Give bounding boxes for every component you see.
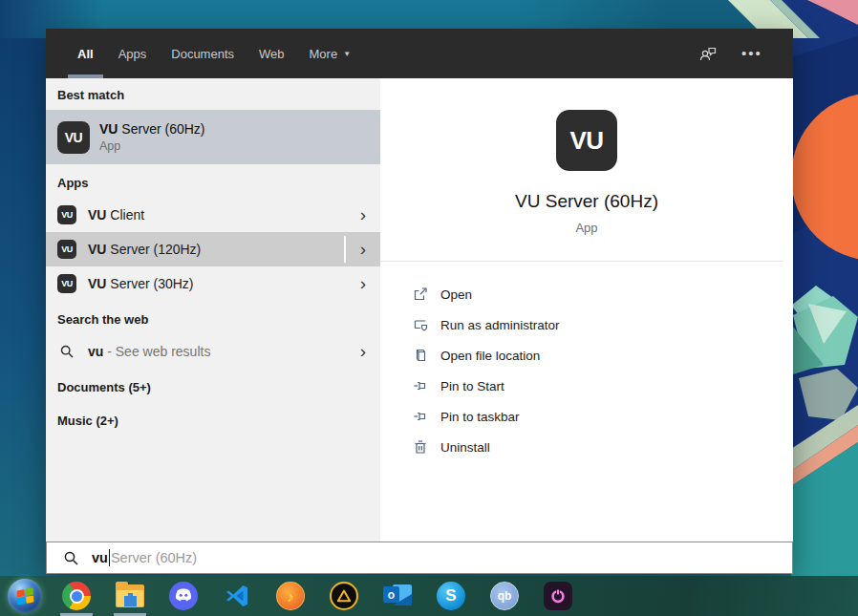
- taskbar-power-app[interactable]: [531, 576, 585, 616]
- aimp-icon: [330, 582, 358, 610]
- label-rest: Server (30Hz): [106, 276, 193, 291]
- app-actions: Open Run as administrator Open file loca…: [380, 279, 793, 462]
- action-pin-to-taskbar[interactable]: Pin to taskbar: [380, 401, 793, 432]
- search-icon: [63, 550, 79, 566]
- ellipsis-icon[interactable]: •••: [741, 43, 762, 64]
- search-filter-bar: All Apps Documents Web More ▼ •••: [46, 29, 793, 78]
- action-label: Pin to Start: [440, 379, 504, 393]
- power-app-icon: [544, 582, 572, 610]
- app-result-label: VU Client: [88, 207, 144, 223]
- vu-app-icon: VU: [57, 121, 90, 154]
- vu-app-icon-large: VU: [556, 110, 617, 171]
- best-match-title-rest: Server (60Hz): [118, 121, 204, 137]
- vu-app-icon: VU: [57, 274, 76, 293]
- file-explorer-icon: [116, 584, 144, 607]
- skype-letter: S: [445, 586, 456, 605]
- skype-icon: S: [437, 582, 465, 610]
- action-label: Run as administrator: [440, 318, 560, 332]
- taskbar-file-explorer[interactable]: [103, 576, 157, 616]
- admin-shield-icon: [412, 317, 428, 333]
- tab-all-label: All: [77, 47, 94, 61]
- web-search-label: vu - See web results: [88, 344, 210, 359]
- apps-section-header: Apps: [46, 164, 380, 198]
- taskbar-vscode[interactable]: [210, 576, 264, 616]
- ellipsis-glyph: •••: [741, 49, 762, 58]
- label-rest: Client: [106, 207, 144, 223]
- music-section-header[interactable]: Music (2+): [46, 402, 380, 435]
- start-button[interactable]: [0, 576, 50, 616]
- label-bold: vu: [88, 344, 103, 359]
- app-result-vu-server-120hz[interactable]: VU VU Server (120Hz) ›: [46, 232, 380, 266]
- action-label: Uninstall: [440, 440, 490, 455]
- qbittorrent-letters: qb: [498, 589, 512, 603]
- chevron-right-icon[interactable]: ›: [346, 198, 380, 232]
- music-note-glyph: ♪: [287, 588, 294, 605]
- chevron-right-icon[interactable]: ›: [346, 334, 380, 369]
- action-pin-to-start[interactable]: Pin to Start: [380, 371, 793, 401]
- action-label: Open file location: [440, 349, 540, 363]
- taskbar-qbittorrent[interactable]: qb: [478, 576, 531, 616]
- music-player-icon: ♪: [276, 582, 305, 610]
- search-icon: [57, 344, 76, 359]
- taskbar-outlook[interactable]: o: [371, 576, 424, 616]
- app-result-vu-client[interactable]: VU VU Client ›: [46, 198, 380, 232]
- qbittorrent-icon: qb: [490, 582, 519, 610]
- account-icon[interactable]: [697, 43, 719, 64]
- label-bold: VU: [88, 276, 106, 291]
- trash-icon: [412, 439, 428, 456]
- result-preview-panel: VU VU Server (60Hz) App Open Run as admi…: [380, 78, 793, 542]
- taskbar-discord[interactable]: [157, 576, 210, 616]
- discord-icon: [169, 582, 198, 610]
- web-search-result[interactable]: vu - See web results ›: [46, 334, 380, 369]
- action-open-file-location[interactable]: Open file location: [380, 340, 793, 371]
- best-match-type: App: [99, 139, 204, 153]
- filter-tabs: All Apps Documents Web More ▼: [46, 29, 367, 78]
- documents-section-header[interactable]: Documents (5+): [46, 369, 380, 402]
- action-run-as-administrator[interactable]: Run as administrator: [380, 309, 793, 340]
- tab-more[interactable]: More ▼: [301, 29, 360, 78]
- start-search-window: All Apps Documents Web More ▼ •••: [46, 29, 793, 574]
- search-typed-text: vu: [92, 550, 108, 565]
- tab-web-label: Web: [259, 47, 285, 61]
- header-icons: •••: [697, 43, 793, 64]
- tab-apps[interactable]: Apps: [110, 29, 156, 78]
- search-input[interactable]: vu Server (60Hz): [46, 542, 793, 574]
- best-match-result[interactable]: VU VU Server (60Hz) App: [46, 110, 380, 164]
- tab-more-label: More: [310, 47, 338, 61]
- action-uninstall[interactable]: Uninstall: [380, 432, 793, 462]
- label-bold: VU: [88, 242, 106, 257]
- chevron-right-icon[interactable]: ›: [346, 232, 380, 266]
- best-match-title-bold: VU: [99, 121, 118, 137]
- open-icon: [412, 287, 428, 303]
- windows-start-icon: [8, 579, 42, 613]
- text-cursor: [109, 549, 110, 566]
- tab-web[interactable]: Web: [250, 29, 293, 78]
- action-open[interactable]: Open: [380, 279, 793, 309]
- search-results-area: Best match VU VU Server (60Hz) App Apps …: [46, 78, 793, 542]
- chevron-right-icon[interactable]: ›: [346, 266, 380, 301]
- web-section-header: Search the web: [46, 301, 380, 334]
- label-rest: - See web results: [103, 344, 210, 359]
- outlook-icon: o: [383, 583, 412, 609]
- app-result-vu-server-30hz[interactable]: VU VU Server (30Hz) ›: [46, 266, 380, 301]
- taskbar-chrome[interactable]: [50, 576, 103, 616]
- action-label: Pin to taskbar: [440, 410, 520, 424]
- taskbar-aimp[interactable]: [317, 576, 371, 616]
- divider: [380, 261, 783, 262]
- results-list-panel: Best match VU VU Server (60Hz) App Apps …: [46, 78, 380, 542]
- preview-app-type: App: [380, 221, 793, 235]
- taskbar-skype[interactable]: S: [424, 576, 478, 616]
- taskbar: ♪ o S qb: [0, 576, 858, 616]
- app-result-label: VU Server (30Hz): [88, 276, 193, 291]
- best-match-title: VU Server (60Hz): [99, 121, 204, 137]
- label-bold: VU: [88, 207, 106, 223]
- preview-app-title: VU Server (60Hz): [380, 191, 793, 212]
- taskbar-music-player[interactable]: ♪: [264, 576, 317, 616]
- tab-documents[interactable]: Documents: [162, 29, 243, 78]
- outlook-letter: o: [388, 588, 395, 602]
- app-result-label: VU Server (120Hz): [88, 242, 201, 257]
- search-suggestion-text: Server (60Hz): [111, 550, 197, 565]
- pin-icon: [412, 409, 428, 425]
- tab-all[interactable]: All: [69, 29, 102, 78]
- best-match-header: Best match: [46, 78, 380, 110]
